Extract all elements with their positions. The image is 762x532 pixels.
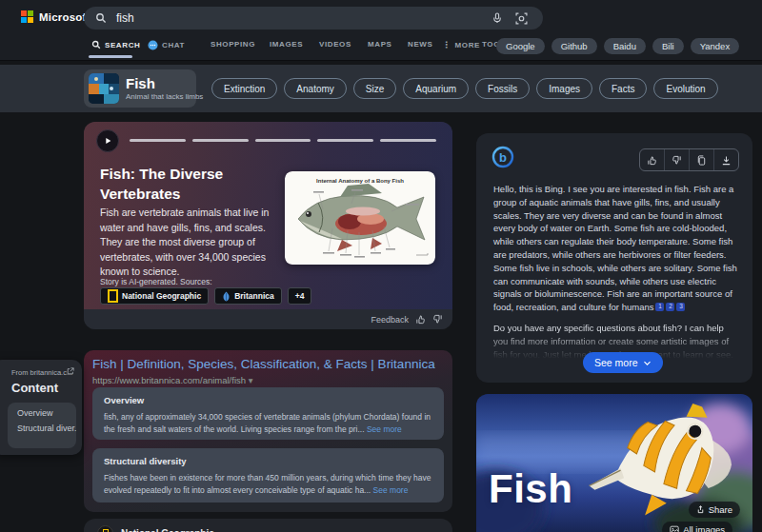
images-icon (670, 525, 679, 532)
chat-answer-card: b Hello, this is Bing. I see you are int… (476, 133, 752, 383)
top-bar: Microsoft Bing fish SEARCH CHAT SHOPPING… (0, 0, 762, 61)
result-site-name: National Geographic (121, 528, 214, 532)
active-tab-underline (89, 55, 132, 58)
ai-sources-label: Story is AI-generated. Sources: (100, 277, 212, 286)
story-title: Fish: The Diverse Vertebrates (100, 164, 281, 204)
bing-chat-logo-icon: b (491, 146, 514, 168)
visual-search-icon[interactable] (515, 12, 528, 25)
source-natgeo[interactable]: National Geographic (100, 287, 209, 305)
play-icon (103, 136, 112, 146)
chip-evolution[interactable]: Evolution (653, 78, 717, 99)
panel-item-overview[interactable]: Overview (8, 403, 76, 418)
all-images-button[interactable]: All images (662, 522, 732, 532)
anatomy-image[interactable]: Internal Anatomy of a Bony Fish (285, 171, 435, 265)
tab-videos[interactable]: VIDEOS (319, 40, 351, 49)
copy-icon[interactable] (689, 149, 713, 170)
britannica-thistle-icon (222, 291, 231, 302)
thumbs-up-icon[interactable] (640, 149, 664, 170)
tab-more[interactable]: ⋮ MORE (442, 40, 480, 49)
panel-items: Overview Structural diver... (8, 403, 76, 448)
external-link-icon[interactable] (67, 367, 74, 375)
thumbs-up-icon[interactable] (415, 314, 426, 325)
natgeo-icon (108, 289, 118, 303)
entity-header: Fish Animal that lacks limbs Extinction … (0, 65, 762, 112)
tab-images[interactable]: IMAGES (270, 40, 303, 49)
svg-text:b: b (499, 150, 507, 165)
panel-heading: Content (11, 381, 58, 395)
section-heading: Overview (104, 395, 432, 405)
chip-anatomy[interactable]: Anatomy (284, 78, 346, 99)
image-card-caption: Fish (489, 466, 572, 512)
section-heading: Structural diversity (104, 456, 432, 466)
see-more-link[interactable]: See more (373, 485, 409, 495)
section-overview[interactable]: Overview fish, any of approximately 34,0… (92, 387, 444, 440)
bing-serp-page: Microsoft Bing fish SEARCH CHAT SHOPPING… (0, 0, 762, 532)
tab-maps[interactable]: MAPS (368, 40, 392, 49)
tab-news[interactable]: NEWS (408, 40, 432, 49)
search-input[interactable]: fish (116, 11, 134, 25)
panel-source: From britannica.c... (11, 368, 72, 377)
chip-aquarium[interactable]: Aquarium (403, 78, 469, 99)
source-badges: National Geographic Britannica +4 (100, 287, 311, 305)
chat-message: Hello, this is Bing. I see you are inter… (493, 183, 738, 314)
result-natgeo[interactable]: National Geographic (84, 519, 452, 532)
share-button[interactable]: Share (689, 502, 740, 518)
see-more-button[interactable]: See more (583, 352, 663, 373)
engine-github[interactable]: Github (551, 38, 597, 54)
mic-icon[interactable] (491, 12, 503, 24)
result-britannica: Fish | Definition, Species, Classificati… (84, 350, 452, 512)
thumbs-down-icon[interactable] (664, 149, 689, 170)
engine-yandex[interactable]: Yandex (691, 38, 740, 54)
share-icon (696, 505, 705, 514)
entity-title: Fish (126, 76, 203, 91)
chip-fossils[interactable]: Fossils (475, 78, 530, 99)
url-caret-icon[interactable]: ▾ (249, 375, 253, 385)
download-icon[interactable] (713, 149, 738, 170)
citation-1[interactable]: 1 (655, 303, 664, 311)
engine-google[interactable]: Google (496, 38, 545, 54)
chat-action-bar (639, 148, 739, 171)
chip-size[interactable]: Size (353, 78, 396, 99)
chip-facts[interactable]: Facts (599, 78, 647, 99)
entity-subtitle: Animal that lacks limbs (126, 92, 203, 101)
entity-card[interactable]: Fish Animal that lacks limbs (84, 69, 196, 108)
chip-images[interactable]: Images (536, 78, 592, 99)
engine-bili[interactable]: Bili (652, 38, 684, 54)
search-tab-icon (91, 40, 101, 49)
entity-thumbnail (89, 73, 119, 104)
panel-item-structural[interactable]: Structural diver... (8, 418, 76, 433)
source-britannica[interactable]: Britannica (214, 287, 282, 305)
feedback-label: Feedback (371, 315, 409, 325)
story-body: Fish are vertebrate animals that live in… (100, 206, 283, 280)
search-icon (95, 12, 107, 24)
more-sources-badge[interactable]: +4 (288, 287, 312, 305)
tab-search[interactable]: SEARCH (91, 40, 140, 49)
related-chips: Extinction Anatomy Size Aquarium Fossils… (211, 78, 718, 99)
chevron-down-icon (643, 359, 652, 367)
story-progress-bar[interactable] (130, 139, 436, 142)
citation-3[interactable]: 3 (676, 303, 685, 311)
tab-shopping[interactable]: SHOPPING (211, 40, 255, 49)
result-title-link[interactable]: Fish | Definition, Species, Classificati… (92, 357, 435, 371)
engine-shortcuts: Google Github Baidu Bili Yandex (496, 38, 739, 54)
thumbs-down-icon[interactable] (432, 314, 443, 325)
more-dots-icon: ⋮ (442, 40, 451, 49)
ai-story-card: Fish: The Diverse Vertebrates Fish are v… (84, 122, 452, 329)
section-structural-diversity[interactable]: Structural diversity Fishes have been in… (92, 448, 444, 502)
microsoft-logo-icon (21, 10, 33, 23)
see-more-link[interactable]: See more (367, 424, 402, 434)
play-button[interactable] (96, 129, 119, 152)
section-text: fish, any of approximately 34,000 specie… (104, 411, 432, 436)
engine-baidu[interactable]: Baidu (604, 38, 646, 54)
chat-bubble-icon (148, 40, 158, 50)
search-bar[interactable]: fish (84, 7, 543, 30)
chip-extinction[interactable]: Extinction (211, 78, 277, 99)
images-preview-card[interactable]: Fish Share All images (476, 394, 752, 532)
tab-chat[interactable]: CHAT (148, 40, 185, 50)
section-text: Fishes have been in existence for more t… (104, 472, 432, 497)
natgeo-logo-icon (97, 525, 113, 532)
citation-2[interactable]: 2 (666, 303, 674, 311)
anatomy-caption: Internal Anatomy of a Bony Fish (316, 178, 404, 184)
result-url[interactable]: https://www.britannica.com/animal/fish ▾ (92, 375, 252, 385)
content-side-panel: From britannica.c... Content Overview St… (0, 360, 82, 455)
